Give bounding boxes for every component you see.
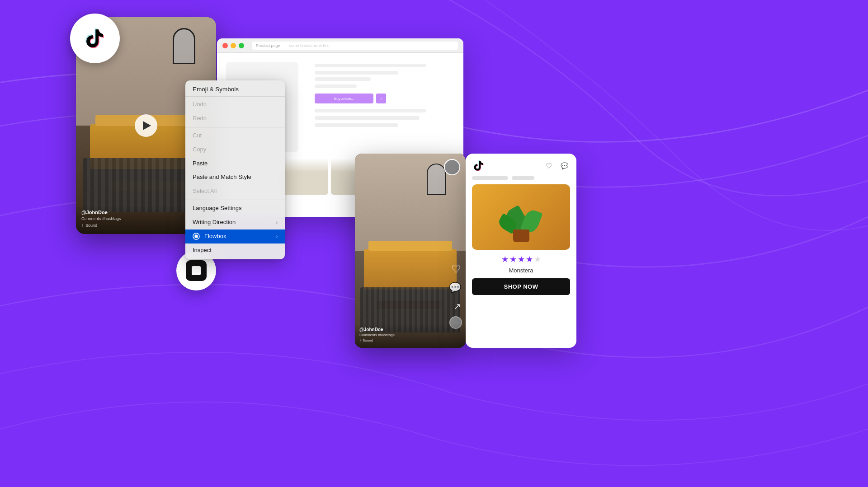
buy-button[interactable]: Buy article... <box>315 94 373 103</box>
context-menu: Emoji & Symbols Undo Redo Cut Copy Paste… <box>185 80 285 259</box>
share-icon-area: ↗ <box>453 301 461 312</box>
star-2: ★ <box>509 254 517 264</box>
shop-user-line-1 <box>472 176 508 180</box>
comment-icon-area: 💬 <box>449 282 461 294</box>
svg-point-0 <box>90 39 94 43</box>
browser-maximize-dot[interactable] <box>239 43 244 48</box>
tiktok-hashtags-2: Comments #hashtags <box>359 333 461 337</box>
shop-card: ♡ 💬 ★ ★ ★ ★ ★ <box>466 154 576 348</box>
shop-plant-pot <box>513 229 529 242</box>
arch-mirror <box>173 28 195 64</box>
music-note-icon: ♪ <box>81 223 84 228</box>
tiktok-card-bottom-center: ♡ 💬 ↗ @JohnDoe Comments #hashtags ♪ Soun… <box>355 154 466 348</box>
menu-item-redo: Redo <box>185 112 285 126</box>
menu-item-undo: Undo <box>185 98 285 112</box>
browser-url-extra: some breadcrumb text <box>289 43 330 48</box>
tiktok-video-bg-2: ♡ 💬 ↗ @JohnDoe Comments #hashtags ♪ Soun… <box>355 154 466 348</box>
profile-avatar-2 <box>444 159 460 175</box>
menu-item-writing-direction[interactable]: Writing Direction › <box>185 215 285 229</box>
shop-tiktok-logo-icon <box>472 159 486 173</box>
heart-icon-area: ♡ <box>451 263 461 276</box>
menu-separator-2 <box>185 200 285 200</box>
menu-item-select-all: Select All <box>185 184 285 198</box>
star-1: ★ <box>501 254 509 264</box>
menu-item-emoji-symbols[interactable]: Emoji & Symbols <box>185 82 285 97</box>
tiktok-username-2: @JohnDoe <box>359 327 461 332</box>
browser-title-line <box>315 64 426 67</box>
sofa-2 <box>364 249 457 290</box>
shop-plant <box>503 192 539 242</box>
menu-item-paste-match[interactable]: Paste and Match Style <box>185 170 285 184</box>
shop-now-button[interactable]: SHOP NOW <box>472 278 570 295</box>
flowbox-label: Flowbox <box>204 233 273 240</box>
tiktok-sound-label-2: Sound <box>363 338 373 342</box>
star-4: ★ <box>526 254 533 264</box>
browser-thumb-2 <box>278 159 328 195</box>
tiktok-sound-2: ♪ Sound <box>359 338 461 342</box>
menu-item-paste[interactable]: Paste <box>185 157 285 171</box>
menu-item-inspect[interactable]: Inspect <box>185 244 285 258</box>
play-button[interactable] <box>135 114 157 137</box>
tiktok-overlay-2: @JohnDoe Comments #hashtags ♪ Sound <box>355 323 466 348</box>
browser-subtitle-line <box>315 71 398 75</box>
browser-url-bar[interactable]: Product page some breadcrumb text <box>252 42 458 50</box>
browser-url-text: Product page <box>256 43 280 48</box>
buy-button-area: Buy article... › <box>315 94 454 103</box>
shop-header: ♡ 💬 <box>466 154 576 176</box>
shop-product-image <box>472 184 570 250</box>
tiktok-logo-icon <box>83 26 108 51</box>
writing-direction-chevron-icon: › <box>276 220 278 225</box>
comment-icon[interactable]: 💬 <box>449 282 461 294</box>
browser-price-line <box>315 77 371 81</box>
menu-item-cut: Cut <box>185 129 285 143</box>
flowbox-square-icon <box>186 260 207 281</box>
buy-button-text: Buy article... <box>334 97 354 101</box>
menu-item-language-settings[interactable]: Language Settings <box>185 201 285 215</box>
scene: @JohnDoe Comments #hashtags ♪ Sound Emoj… <box>0 0 868 487</box>
svg-rect-2 <box>195 235 198 238</box>
tiktok-logo-circle <box>70 14 120 63</box>
menu-item-copy: Copy <box>185 143 285 157</box>
browser-product-info: Buy article... › <box>315 62 454 152</box>
menu-separator-1 <box>185 127 285 127</box>
tiktok-sound-label: Sound <box>85 223 97 228</box>
shop-user-line-2 <box>512 176 534 180</box>
play-triangle-icon <box>143 121 151 130</box>
star-3: ★ <box>518 254 525 264</box>
star-5: ★ <box>534 254 541 264</box>
shop-user-bar <box>466 176 576 184</box>
heart-icon[interactable]: ♡ <box>451 263 461 276</box>
flowbox-icon <box>193 233 200 240</box>
browser-close-dot[interactable] <box>222 43 228 48</box>
arch-mirror-2 <box>427 164 446 195</box>
writing-direction-label: Writing Direction <box>193 219 236 226</box>
menu-item-flowbox[interactable]: Flowbox › <box>185 229 285 244</box>
music-note-icon-2: ♪ <box>359 338 361 342</box>
browser-minimize-dot[interactable] <box>231 43 236 48</box>
browser-titlebar: Product page some breadcrumb text <box>217 38 463 53</box>
shop-product-name: Monstera <box>466 265 576 278</box>
browser-desc-line-3 <box>315 123 398 127</box>
share-icon[interactable]: ↗ <box>453 301 461 312</box>
buy-button-arrow-icon[interactable]: › <box>376 94 386 103</box>
shop-comment-icon[interactable]: 💬 <box>558 160 570 172</box>
browser-stock-line <box>315 84 357 88</box>
shop-heart-icon[interactable]: ♡ <box>543 160 555 172</box>
flowbox-inner-square <box>192 266 201 275</box>
flowbox-chevron-icon: › <box>276 234 278 239</box>
shop-action-icons: ♡ 💬 <box>543 160 570 172</box>
browser-desc-line-2 <box>315 116 420 120</box>
browser-desc-line-1 <box>315 109 426 112</box>
shop-stars: ★ ★ ★ ★ ★ <box>466 250 576 265</box>
